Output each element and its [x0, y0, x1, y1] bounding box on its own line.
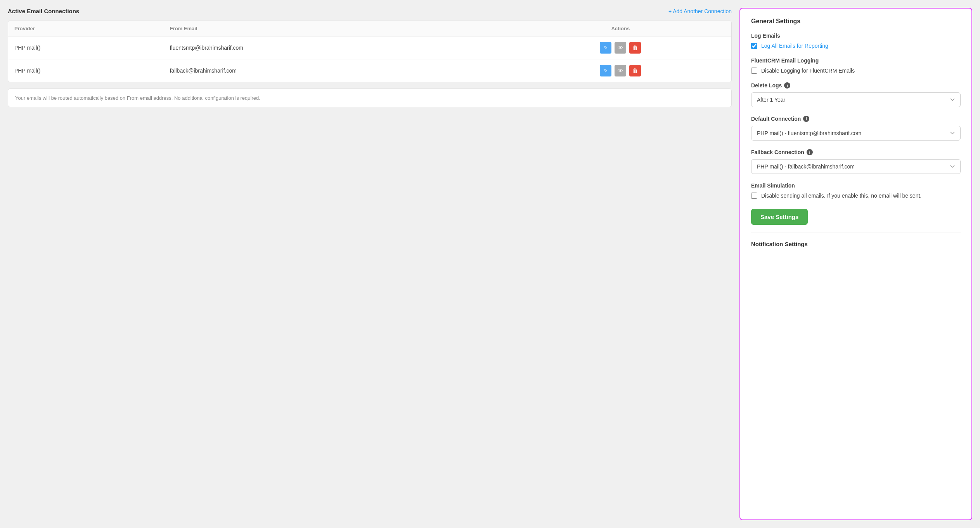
disable-logging-row: Disable Logging for FluentCRM Emails — [751, 68, 961, 74]
view-button[interactable]: 👁 — [615, 42, 626, 54]
connections-table-container: Provider From Email Actions PHP mail() f… — [8, 21, 732, 82]
provider-cell: PHP mail() — [8, 59, 164, 82]
default-connection-section: Default Connection i PHP mail() - fluent… — [751, 116, 961, 141]
disable-sending-checkbox[interactable] — [751, 193, 757, 199]
disable-sending-label[interactable]: Disable sending all emails. If you enabl… — [761, 193, 921, 199]
delete-button[interactable]: 🗑 — [629, 42, 641, 54]
section-header: Active Email Connections + Add Another C… — [8, 8, 732, 14]
default-connection-info-icon: i — [803, 116, 809, 122]
default-connection-select[interactable]: PHP mail() - fluentsmtp@ibrahimsharif.co… — [751, 126, 961, 141]
section-title: Active Email Connections — [8, 8, 79, 14]
actions-cell: ✎ 👁 🗑 — [510, 36, 731, 59]
view-button[interactable]: 👁 — [615, 65, 626, 76]
log-all-label[interactable]: Log All Emails for Reporting — [761, 43, 828, 49]
default-connection-label: Default Connection i — [751, 116, 961, 122]
delete-logs-section: Delete Logs i NeverAfter 1 MonthAfter 3 … — [751, 82, 961, 107]
provider-col-header: Provider — [8, 21, 164, 36]
actions-col-header: Actions — [510, 21, 731, 36]
disable-logging-label[interactable]: Disable Logging for FluentCRM Emails — [761, 68, 855, 74]
routing-info-box: Your emails will be routed automatically… — [8, 89, 732, 107]
connections-table: Provider From Email Actions PHP mail() f… — [8, 21, 731, 82]
fallback-connection-section: Fallback Connection i PHP mail() - fluen… — [751, 149, 961, 174]
table-header-row: Provider From Email Actions — [8, 21, 731, 36]
email-simulation-label: Email Simulation — [751, 182, 961, 189]
delete-logs-select[interactable]: NeverAfter 1 MonthAfter 3 MonthsAfter 6 … — [751, 92, 961, 107]
left-panel: Active Email Connections + Add Another C… — [8, 8, 732, 520]
panel-title: General Settings — [751, 18, 961, 25]
log-emails-section: Log Emails Log All Emails for Reporting — [751, 33, 961, 49]
delete-logs-info-icon: i — [784, 82, 790, 89]
fallback-connection-info-icon: i — [807, 149, 813, 155]
from-email-cell: fluentsmtp@ibrahimsharif.com — [164, 36, 510, 59]
fluent-crm-section: FluentCRM Email Logging Disable Logging … — [751, 57, 961, 74]
delete-logs-label: Delete Logs i — [751, 82, 961, 89]
routing-info-text: Your emails will be routed automatically… — [15, 95, 260, 101]
from-email-cell: fallback@ibrahimsharif.com — [164, 59, 510, 82]
table-row: PHP mail() fluentsmtp@ibrahimsharif.com … — [8, 36, 731, 59]
delete-button[interactable]: 🗑 — [629, 65, 641, 76]
from-email-col-header: From Email — [164, 21, 510, 36]
add-connection-button[interactable]: + Add Another Connection — [668, 8, 732, 14]
table-row: PHP mail() fallback@ibrahimsharif.com ✎ … — [8, 59, 731, 82]
fluent-crm-label: FluentCRM Email Logging — [751, 57, 961, 64]
divider — [751, 233, 961, 233]
right-panel: General Settings Log Emails Log All Emai… — [739, 8, 972, 520]
fallback-connection-label: Fallback Connection i — [751, 149, 961, 155]
email-simulation-section: Email Simulation Disable sending all ema… — [751, 182, 961, 199]
disable-sending-row: Disable sending all emails. If you enabl… — [751, 193, 961, 199]
save-settings-button[interactable]: Save Settings — [751, 209, 808, 225]
provider-cell: PHP mail() — [8, 36, 164, 59]
log-all-checkbox[interactable] — [751, 43, 757, 49]
edit-button[interactable]: ✎ — [600, 42, 611, 54]
notification-settings-title: Notification Settings — [751, 241, 961, 247]
fallback-connection-select[interactable]: PHP mail() - fluentsmtp@ibrahimsharif.co… — [751, 159, 961, 174]
log-emails-label: Log Emails — [751, 33, 961, 39]
disable-logging-checkbox[interactable] — [751, 68, 757, 74]
actions-cell: ✎ 👁 🗑 — [510, 59, 731, 82]
edit-button[interactable]: ✎ — [600, 65, 611, 76]
log-all-checkbox-row: Log All Emails for Reporting — [751, 43, 961, 49]
